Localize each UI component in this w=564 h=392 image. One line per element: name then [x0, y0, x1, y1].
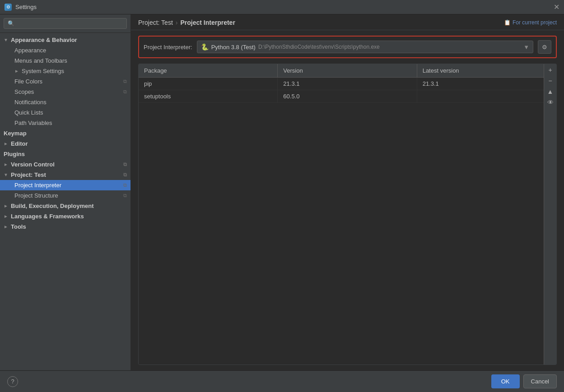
copy-icon: ⧉: [123, 78, 127, 84]
main-layout: ▼ Appearance & Behavior Appearance Menus…: [0, 14, 564, 370]
sidebar-item-label: Keymap: [4, 130, 27, 137]
sidebar-item-quick-lists[interactable]: Quick Lists: [0, 107, 131, 118]
minus-icon: −: [548, 77, 552, 84]
col-package: Package: [139, 64, 278, 77]
sidebar-item-build-exec-deploy[interactable]: ► Build, Execution, Deployment: [0, 201, 131, 211]
eye-button[interactable]: 👁: [545, 97, 555, 107]
package-version: 21.3.1: [278, 78, 417, 90]
expand-arrow: ►: [4, 224, 9, 229]
sidebar-item-appearance[interactable]: Appearance: [0, 45, 131, 55]
sidebar-item-plugins[interactable]: Plugins: [0, 149, 131, 159]
sidebar-item-path-variables[interactable]: Path Variables: [0, 118, 131, 128]
sidebar-item-label: Version Control: [11, 161, 55, 168]
package-latest: [417, 90, 556, 102]
sidebar-item-label: Menus and Toolbars: [14, 57, 67, 64]
sidebar-item-notifications[interactable]: Notifications: [0, 97, 131, 107]
interpreter-settings-button[interactable]: ⚙: [538, 40, 551, 54]
interpreter-value: Python 3.8 (Test): [211, 44, 256, 51]
sidebar-item-languages-frameworks[interactable]: ► Languages & Frameworks: [0, 211, 131, 221]
ok-button[interactable]: OK: [491, 374, 520, 388]
sidebar-tree: ▼ Appearance & Behavior Appearance Menus…: [0, 33, 131, 370]
plus-icon: +: [548, 66, 552, 74]
expand-arrow: ▼: [4, 172, 9, 177]
sidebar-item-label: Quick Lists: [14, 109, 43, 116]
expand-arrow: ►: [4, 162, 9, 167]
scroll-up-button[interactable]: ▲: [545, 87, 555, 97]
search-box: [0, 14, 131, 33]
sidebar-item-label: Appearance: [14, 47, 46, 54]
sidebar-item-label: Tools: [11, 223, 26, 230]
package-name: pip: [139, 78, 278, 90]
sidebar-item-label: Plugins: [4, 151, 25, 157]
sidebar-item-editor[interactable]: ► Editor: [0, 138, 131, 149]
package-name: setuptools: [139, 90, 278, 102]
col-version: Version: [278, 64, 417, 77]
sidebar-item-label: Languages & Frameworks: [11, 213, 84, 220]
remove-package-button[interactable]: −: [545, 76, 555, 86]
sidebar: ▼ Appearance & Behavior Appearance Menus…: [0, 14, 131, 370]
sidebar-item-label: Editor: [11, 140, 28, 147]
python-icon: 🐍: [201, 43, 209, 51]
sidebar-item-label: Path Variables: [14, 120, 52, 126]
col-latest-version: Latest version: [417, 64, 556, 77]
sidebar-item-label: Appearance & Behavior: [11, 37, 77, 43]
table-row[interactable]: setuptools 60.5.0: [139, 90, 556, 103]
title-bar: ⚙ Settings ✕: [0, 0, 564, 14]
interpreter-select[interactable]: 🐍 Python 3.8 (Test) D:\PythonSthdioCode\…: [197, 41, 533, 53]
package-latest: 21.3.1: [417, 78, 556, 90]
interpreter-path: D:\PythonSthdioCode\test\venv\Scripts\py…: [258, 44, 380, 50]
expand-arrow: ►: [4, 203, 9, 208]
table-body: pip 21.3.1 21.3.1 setuptools 60.5.0: [139, 78, 556, 364]
app-icon: ⚙: [5, 4, 12, 11]
sidebar-item-label: Project Structure: [14, 192, 58, 199]
expand-arrow: ►: [4, 214, 9, 219]
copy-icon: ⧉: [123, 172, 127, 178]
content-body: Project Interpreter: 🐍 Python 3.8 (Test)…: [131, 30, 564, 370]
gear-icon: ⚙: [542, 44, 547, 51]
copy-icon: ⧉: [123, 182, 127, 188]
close-button[interactable]: ✕: [554, 4, 559, 11]
help-button[interactable]: ?: [7, 376, 18, 387]
table-row[interactable]: pip 21.3.1 21.3.1: [139, 78, 556, 90]
sidebar-item-label: Build, Execution, Deployment: [11, 203, 93, 209]
table-header: Package Version Latest version: [139, 64, 556, 78]
sidebar-item-appearance-behavior[interactable]: ▼ Appearance & Behavior: [0, 35, 131, 45]
sidebar-item-label: Notifications: [14, 99, 47, 106]
bottom-bar: ? OK Cancel: [0, 370, 564, 392]
dialog-buttons: OK Cancel: [491, 374, 557, 388]
interpreter-label: Project Interpreter:: [144, 44, 192, 51]
sidebar-item-tools[interactable]: ► Tools: [0, 221, 131, 232]
sidebar-item-version-control[interactable]: ► Version Control ⧉: [0, 159, 131, 170]
sidebar-item-label: Scopes: [14, 88, 34, 95]
content-area: Project: Test › Project Interpreter 📋 Fo…: [131, 14, 564, 370]
table-actions: + − ▲ 👁: [544, 64, 556, 364]
copy-icon: ⧉: [123, 193, 127, 198]
content-header: Project: Test › Project Interpreter 📋 Fo…: [131, 14, 564, 30]
interpreter-row: Project Interpreter: 🐍 Python 3.8 (Test)…: [138, 36, 557, 58]
sidebar-item-scopes[interactable]: Scopes ⧉: [0, 87, 131, 97]
sidebar-item-project-interpreter[interactable]: Project Interpreter ⧉: [0, 180, 131, 190]
sidebar-item-file-colors[interactable]: File Colors ⧉: [0, 76, 131, 87]
eye-icon: 👁: [547, 99, 554, 106]
package-table: Package Version Latest version pip 21.3.…: [138, 64, 557, 365]
add-package-button[interactable]: +: [545, 65, 555, 75]
sidebar-item-project-structure[interactable]: Project Structure ⧉: [0, 190, 131, 201]
package-version: 60.5.0: [278, 90, 417, 102]
cancel-button[interactable]: Cancel: [523, 374, 557, 388]
copy-icon: ⧉: [123, 89, 127, 95]
sidebar-item-label: Project Interpreter: [14, 182, 61, 189]
sidebar-item-label: Project: Test: [11, 171, 46, 178]
sidebar-item-project-test[interactable]: ▼ Project: Test ⧉: [0, 170, 131, 180]
sidebar-item-label: System Settings: [22, 68, 64, 74]
sidebar-item-keymap[interactable]: Keymap: [0, 128, 131, 138]
window-title: Settings: [15, 4, 37, 10]
sidebar-item-system-settings[interactable]: ► System Settings: [0, 66, 131, 76]
search-input[interactable]: [4, 18, 127, 29]
dropdown-arrow-icon: ▼: [523, 44, 529, 51]
copy-icon: ⧉: [123, 161, 127, 167]
page-icon: 📋: [504, 19, 511, 26]
for-current-label: For current project: [513, 19, 557, 26]
breadcrumb-project: Project: Test: [138, 19, 173, 26]
scroll-up-icon: ▲: [547, 88, 554, 95]
sidebar-item-menus-toolbars[interactable]: Menus and Toolbars: [0, 55, 131, 66]
